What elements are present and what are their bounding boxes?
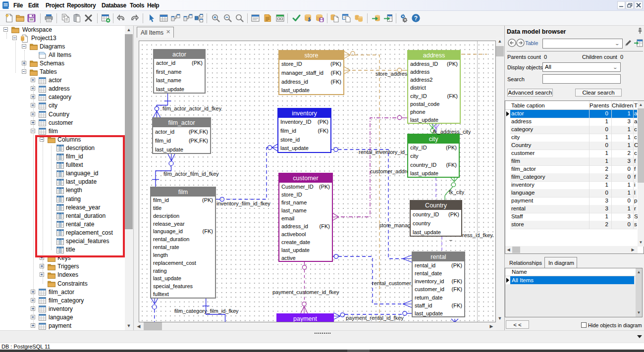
svg-text:?: ? (414, 15, 418, 22)
